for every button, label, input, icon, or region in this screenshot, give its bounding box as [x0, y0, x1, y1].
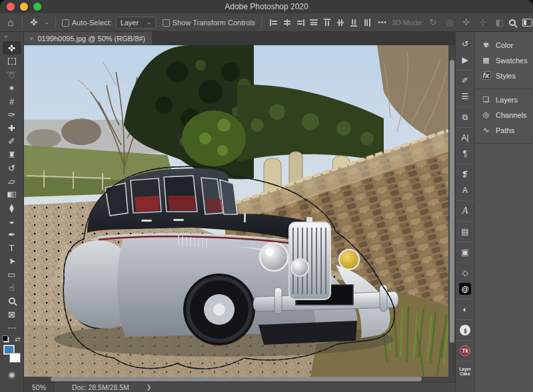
character-styles-panel-icon[interactable]: A [457, 182, 474, 198]
close-window-button[interactable] [7, 3, 15, 11]
minimize-window-button[interactable] [20, 3, 28, 11]
libraries-panel-icon[interactable]: ▣ [457, 242, 474, 260]
status-bar: 50% Doc: 28.5M/28.5M ❯ [24, 382, 455, 392]
plugin-spiral-icon[interactable]: @ [457, 281, 474, 297]
3d-orbit-icon[interactable]: ↻ [428, 18, 438, 27]
rectangle-tool[interactable]: ▭ [3, 268, 21, 281]
adjustments-panel-icon[interactable]: ◐ [457, 299, 474, 317]
clone-stamp-tool[interactable]: ♜ [3, 148, 21, 161]
move-tool[interactable]: ✜ [3, 41, 21, 55]
canvas-area[interactable] [24, 45, 455, 382]
auto-select-mode-dropdown[interactable]: Layer ⌄ [116, 17, 156, 29]
background-color-swatch[interactable] [9, 353, 21, 363]
horizontal-scrollbar[interactable] [25, 377, 447, 381]
vertical-scrollbar[interactable] [450, 47, 454, 375]
align-top-edges-icon[interactable] [321, 17, 333, 29]
move-tool-preset-icon[interactable]: ✜ [29, 18, 39, 27]
dodge-tool[interactable]: ◒ [3, 214, 21, 228]
3d-pan-icon[interactable]: ✜ [461, 18, 472, 27]
glyphs-panel-icon[interactable]: A [457, 200, 474, 219]
status-options-chevron[interactable]: ❯ [147, 384, 152, 391]
history-panel-icon[interactable]: ↺ [457, 36, 474, 52]
quick-mask-button[interactable]: ◉ [8, 370, 15, 379]
channels-icon: ◎ [481, 110, 491, 119]
swap-colors-icon[interactable]: ⇄ [15, 335, 20, 343]
document-area: × 0199h0095.jpg @ 50% (RGB/8#) [24, 32, 455, 392]
plugin-layercake-icon[interactable]: Layer Cake [457, 361, 474, 379]
plugin-tk-icon[interactable]: Tk [457, 340, 474, 359]
3d-mode-label: 3D Mode: [392, 19, 424, 27]
panel-button-channels[interactable]: ◎ Channels [475, 107, 533, 122]
close-tab-icon[interactable]: × [29, 35, 33, 43]
blur-tool[interactable]: ⧫ [3, 201, 21, 214]
align-vertical-centers-icon[interactable] [334, 17, 346, 29]
clone-source-panel-icon[interactable]: ⧉ [457, 106, 474, 125]
panel-group-2: ❏ Layers ◎ Channels ∿ Paths [475, 89, 533, 144]
more-align-options-icon[interactable]: ••• [377, 18, 388, 27]
panel-button-layers[interactable]: ❏ Layers [475, 92, 533, 107]
align-horizontal-centers-icon[interactable] [281, 17, 293, 29]
checkbox-icon [163, 19, 170, 27]
options-bar: ⌂ ✜ ⌄ Auto-Select: Layer ⌄ Show Transfor… [0, 13, 533, 32]
gradient-tool[interactable] [3, 188, 21, 201]
panel-button-swatches[interactable]: ▦ Swatches [475, 53, 533, 68]
plugin-bars-icon[interactable]: ||| [457, 319, 474, 338]
auto-select-checkbox[interactable]: Auto-Select: [62, 19, 112, 27]
vertical-scrollbar-thumb[interactable] [450, 60, 454, 343]
history-brush-tool[interactable]: ↺ [3, 161, 21, 174]
zoom-level-field[interactable]: 50% [24, 383, 55, 392]
expand-tools-icon[interactable]: » [4, 33, 8, 41]
document-tab-bar: × 0199h0095.jpg @ 50% (RGB/8#) [24, 32, 455, 45]
pen-tool[interactable]: ✒ [3, 228, 21, 241]
type-tool[interactable]: T [3, 241, 21, 254]
eyedropper-tool[interactable]: ✑ [3, 108, 21, 121]
edit-toolbar-button[interactable]: ⋯ [3, 321, 21, 334]
brush-settings-panel-icon[interactable]: ✐ [457, 70, 474, 89]
properties-panel-icon[interactable]: ▤ [457, 221, 474, 240]
3d-panel-icon[interactable]: ◇ [457, 262, 474, 281]
crop-tool[interactable]: # [3, 95, 21, 108]
align-right-edges-icon[interactable] [294, 17, 306, 29]
options-bar-right: ⌄ ↑ [509, 18, 533, 27]
eraser-tool[interactable]: ▱ [3, 174, 21, 188]
panel-button-styles[interactable]: fx Styles [475, 68, 533, 83]
checkbox-icon [62, 19, 69, 27]
fx-icon: fx [481, 71, 491, 80]
zoom-tool[interactable] [3, 294, 21, 307]
color-icon: ✾ [481, 41, 491, 49]
3d-slide-icon[interactable]: ⊹ [478, 18, 488, 27]
align-bottom-edges-icon[interactable] [348, 17, 360, 29]
paragraph-panel-icon[interactable]: ¶ [457, 146, 474, 162]
document-tab[interactable]: × 0199h0095.jpg @ 50% (RGB/8#) [24, 32, 152, 45]
rectangular-marquee-tool[interactable] [3, 55, 21, 68]
brush-tool[interactable]: ✐ [3, 134, 21, 148]
frame-tool[interactable]: ⊠ [3, 307, 21, 321]
panel-button-paths[interactable]: ∿ Paths [475, 122, 533, 138]
show-transform-controls-checkbox[interactable]: Show Transform Controls [163, 19, 255, 27]
actions-panel-icon[interactable]: ▶ [457, 52, 474, 68]
align-left-edges-icon[interactable] [268, 17, 280, 29]
photo-canvas[interactable] [24, 45, 448, 377]
paragraph-styles-panel-icon[interactable]: ❡ [457, 164, 474, 182]
3d-camera-icon[interactable]: ◧ [494, 18, 505, 27]
lasso-tool[interactable]: ➰ [3, 68, 21, 81]
hand-tool[interactable]: ☝ [3, 281, 21, 294]
panel-group-1: ✾ Color ▦ Swatches fx Styles [475, 35, 533, 89]
distribute-horizontal-icon[interactable] [308, 17, 320, 29]
healing-brush-tool[interactable]: ✚ [3, 121, 21, 134]
home-icon[interactable]: ⌂ [5, 18, 16, 27]
character-panel-icon[interactable]: A| [457, 127, 474, 146]
search-icon[interactable] [509, 19, 516, 26]
brushes-panel-icon[interactable]: ☰ [457, 89, 474, 104]
3d-roll-icon[interactable]: ◎ [444, 18, 455, 27]
workspace-switcher-icon[interactable] [522, 19, 532, 27]
horizontal-scrollbar-thumb[interactable] [51, 377, 422, 381]
object-selection-tool[interactable]: ✶ [3, 81, 21, 95]
distribute-vertical-icon[interactable] [361, 17, 373, 29]
chevron-down-icon[interactable]: ⌄ [45, 19, 49, 25]
path-selection-tool[interactable]: ➤ [3, 254, 21, 268]
zoom-window-button[interactable] [33, 3, 41, 11]
default-colors-icon[interactable] [3, 337, 9, 343]
panel-button-color[interactable]: ✾ Color [475, 37, 533, 53]
document-tab-title: 0199h0095.jpg @ 50% (RGB/8#) [37, 35, 145, 43]
